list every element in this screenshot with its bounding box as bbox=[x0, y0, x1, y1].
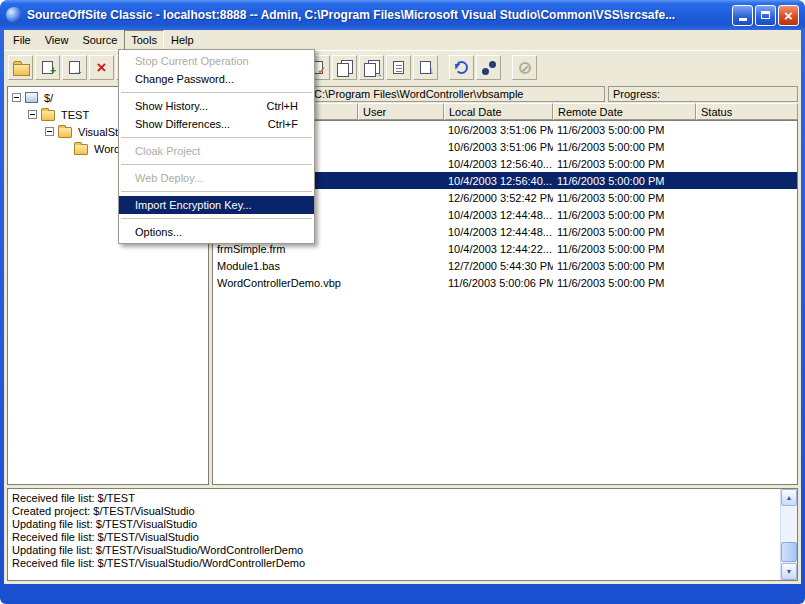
caption-buttons: × bbox=[732, 5, 799, 26]
column-header[interactable]: Status bbox=[696, 103, 798, 120]
scrollbar-track[interactable] bbox=[781, 506, 797, 563]
file-remote-date-cell: 11/6/2003 5:00:00 PM bbox=[553, 175, 696, 187]
progress-label: Progress: bbox=[613, 88, 660, 100]
tools-menu-item[interactable] bbox=[121, 191, 312, 192]
add-file-icon: → bbox=[69, 61, 80, 74]
tools-menu-item[interactable]: Show History... Ctrl+H bbox=[119, 97, 314, 115]
log-line: Received file list: $/TEST bbox=[12, 492, 776, 505]
menu-item-label: Import Encryption Key... bbox=[135, 199, 298, 211]
menu-item-label: Web Deploy... bbox=[135, 172, 298, 184]
tools-menu-item[interactable]: Import Encryption Key... bbox=[119, 196, 314, 214]
log-line: Updating file list: $/TEST/VisualStudio/… bbox=[12, 544, 776, 557]
log-line: Updating file list: $/TEST/VisualStudio bbox=[12, 518, 776, 531]
menu-item-shortcut: Ctrl+H bbox=[267, 100, 298, 112]
activity-log: Received file list: $/TEST Created proje… bbox=[8, 489, 780, 580]
scrollbar-thumb[interactable] bbox=[781, 542, 797, 562]
add-files-button[interactable]: → bbox=[62, 55, 87, 80]
file-row[interactable]: WordControllerDemo.vbp 11/6/2003 5:00:06… bbox=[213, 274, 797, 291]
history-icon bbox=[337, 60, 352, 76]
menu-bar-item[interactable]: File bbox=[6, 30, 38, 50]
tree-node-icon bbox=[25, 92, 38, 103]
show-history-button[interactable] bbox=[332, 55, 357, 80]
activity-log-panel: Received file list: $/TEST Created proje… bbox=[7, 488, 798, 581]
tree-expander-icon[interactable] bbox=[12, 93, 21, 102]
scroll-down-button[interactable]: ▼ bbox=[781, 563, 797, 580]
menu-item-label: Change Password... bbox=[135, 73, 298, 85]
column-header[interactable]: User bbox=[358, 103, 444, 120]
properties-icon bbox=[393, 61, 404, 74]
tree-node-icon bbox=[58, 127, 72, 138]
file-remote-date-cell: 11/6/2003 5:00:00 PM bbox=[553, 243, 696, 255]
file-local-date-cell: 10/6/2003 3:51:06 PM bbox=[444, 124, 553, 136]
tree-node-icon bbox=[74, 144, 88, 155]
menu-item-label: Options... bbox=[135, 226, 298, 238]
column-header[interactable]: Local Date bbox=[444, 103, 553, 120]
menu-item-label: Stop Current Operation bbox=[135, 55, 298, 67]
tools-menu-item[interactable]: Cloak Project bbox=[119, 142, 314, 160]
file-local-date-cell: 10/4/2003 12:44:48... bbox=[444, 209, 553, 221]
open-project-button[interactable] bbox=[8, 55, 33, 80]
stop-button bbox=[512, 55, 537, 80]
tools-menu-item[interactable] bbox=[121, 92, 312, 93]
file-local-date-cell: 10/4/2003 12:44:22... bbox=[444, 243, 553, 255]
tree-expander-icon[interactable] bbox=[45, 127, 54, 136]
file-row[interactable]: Module1.bas 12/7/2000 5:44:30 PM 11/6/20… bbox=[213, 257, 797, 274]
maximize-icon bbox=[761, 11, 770, 19]
log-line: Received file list: $/TEST/VisualStudio/… bbox=[12, 557, 776, 570]
tools-menu-item[interactable]: Change Password... bbox=[119, 70, 314, 88]
title-bar[interactable]: SourceOffSite Classic - localhost:8888 -… bbox=[0, 0, 805, 30]
file-remote-date-cell: 11/6/2003 5:00:00 PM bbox=[553, 260, 696, 272]
close-button[interactable]: × bbox=[778, 5, 799, 26]
maximize-button[interactable] bbox=[755, 5, 776, 26]
tree-item-label: TEST bbox=[59, 109, 91, 121]
properties-button[interactable] bbox=[386, 55, 411, 80]
tools-menu-item[interactable]: Stop Current Operation bbox=[119, 52, 314, 70]
file-local-date-cell: 10/4/2003 12:56:40... bbox=[444, 175, 553, 187]
tools-menu-item[interactable] bbox=[121, 218, 312, 219]
tools-menu-item[interactable] bbox=[121, 164, 312, 165]
new-document-icon: + bbox=[42, 61, 53, 74]
file-name-cell: Module1.bas bbox=[213, 260, 358, 272]
menu-bar-item[interactable]: Source bbox=[75, 30, 124, 50]
file-local-date-cell: 11/6/2003 5:00:06 PM bbox=[444, 277, 553, 289]
log-scrollbar[interactable]: ▲ ▼ bbox=[780, 489, 797, 580]
tools-menu-item[interactable]: Show Differences... Ctrl+F bbox=[119, 115, 314, 133]
file-remote-date-cell: 11/6/2003 5:00:00 PM bbox=[553, 209, 696, 221]
minimize-button[interactable] bbox=[732, 5, 753, 26]
menu-item-label: Show Differences... bbox=[135, 118, 268, 130]
tree-node-icon bbox=[41, 110, 55, 121]
column-header[interactable]: Remote Date bbox=[553, 103, 696, 120]
menu-bar-item[interactable]: Tools bbox=[124, 30, 164, 50]
minimize-icon bbox=[739, 18, 747, 21]
tools-menu-item[interactable]: Options... bbox=[119, 223, 314, 241]
new-project-button[interactable]: + bbox=[35, 55, 60, 80]
delete-button[interactable]: × bbox=[89, 55, 114, 80]
get-file-icon: ↓ bbox=[420, 61, 431, 74]
file-name-cell: WordControllerDemo.vbp bbox=[213, 277, 358, 289]
binoculars-icon bbox=[481, 61, 497, 75]
refresh-button[interactable] bbox=[449, 55, 474, 80]
app-icon bbox=[6, 7, 22, 23]
file-remote-date-cell: 11/6/2003 5:00:00 PM bbox=[553, 141, 696, 153]
progress-panel: Progress: bbox=[608, 86, 798, 102]
app-window: SourceOffSite Classic - localhost:8888 -… bbox=[0, 0, 805, 604]
tools-menu: Stop Current Operation Change Password..… bbox=[118, 49, 315, 244]
show-differences-button[interactable]: → bbox=[359, 55, 384, 80]
file-remote-date-cell: 11/6/2003 5:00:00 PM bbox=[553, 192, 696, 204]
menu-bar-item[interactable]: View bbox=[38, 30, 76, 50]
log-line: Created project: $/TEST/VisualStudio bbox=[12, 505, 776, 518]
scroll-up-button[interactable]: ▲ bbox=[781, 489, 797, 506]
menu-bar-item[interactable]: Help bbox=[164, 30, 201, 50]
find-button[interactable] bbox=[476, 55, 501, 80]
delete-icon: × bbox=[97, 59, 107, 76]
get-file-button[interactable]: ↓ bbox=[413, 55, 438, 80]
tree-expander-icon[interactable] bbox=[28, 110, 37, 119]
menu-item-label: Cloak Project bbox=[135, 145, 298, 157]
menu-bar: File View Source Tools Help bbox=[4, 30, 801, 50]
tools-menu-item[interactable] bbox=[121, 137, 312, 138]
file-remote-date-cell: 11/6/2003 5:00:00 PM bbox=[553, 124, 696, 136]
stop-icon bbox=[519, 62, 531, 74]
tools-menu-item[interactable]: Web Deploy... bbox=[119, 169, 314, 187]
file-local-date-cell: 10/6/2003 3:51:06 PM bbox=[444, 141, 553, 153]
menu-item-label: Show History... bbox=[135, 100, 267, 112]
